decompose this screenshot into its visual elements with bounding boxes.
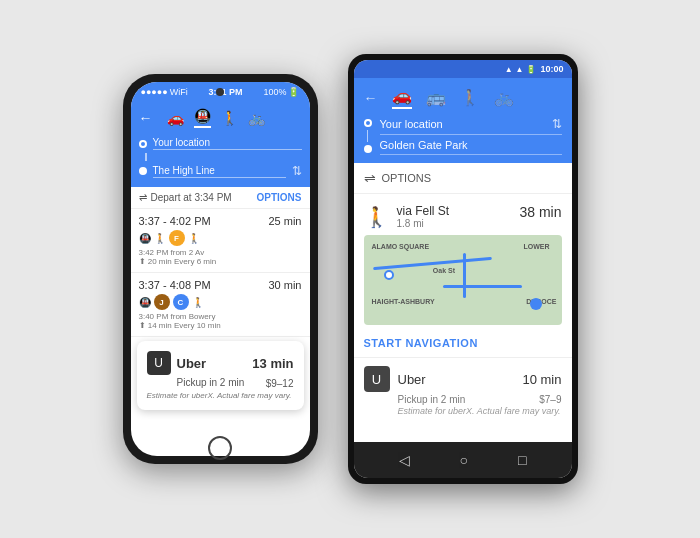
destination-row: The High Line ⇅ <box>139 161 302 181</box>
android-back-button[interactable]: ← <box>364 90 378 106</box>
android-walk-icon[interactable]: 🚶 <box>460 88 480 107</box>
android-content: ⇌ OPTIONS 🚶 via Fell St 1.8 mi 38 min <box>354 163 572 442</box>
route-distance: 1.8 mi <box>397 218 450 229</box>
android-status-bar: ▲ ▲ 🔋 10:00 <box>354 60 572 78</box>
start-navigation-button[interactable]: START NAVIGATION <box>354 333 572 357</box>
android-destination-row: Golden Gate Park <box>380 139 562 155</box>
android-wifi-icon: ▲ <box>505 65 513 74</box>
route2-detail1: 3:40 PM from Bowery <box>139 312 302 321</box>
android-filter-icon: ⇌ <box>364 170 376 186</box>
map-label-haight: HAIGHT-ASHBURY <box>372 298 435 305</box>
uber-estimate-label: Estimate for uberX. Actual fare may vary… <box>147 391 294 400</box>
route1-detail2: ⬆ 20 min Every 6 min <box>139 257 302 266</box>
route-via-label: via Fell St <box>397 204 450 218</box>
route-line <box>367 130 368 142</box>
android-uber-price: $7–9 <box>539 394 561 405</box>
android-swap-button[interactable]: ⇅ <box>552 117 562 131</box>
android-locations: Your location ⇅ Golden Gate Park <box>380 117 562 155</box>
iphone-time: 3:31 PM <box>209 87 243 97</box>
android-bottom-nav: ◁ ○ □ <box>354 442 572 478</box>
iphone-nav-header: ← 🚗 🚇 🚶 🚲 Your location The High Line ⇅ <box>131 102 310 187</box>
c-train-badge: C <box>173 294 189 310</box>
map-road-2 <box>463 253 466 298</box>
map-label-alamo: ALAMO SQUARE <box>372 243 430 250</box>
android-uber-estimate: Estimate for uberX. Actual fare may vary… <box>364 406 562 416</box>
android-destination-field[interactable]: Golden Gate Park <box>380 139 468 151</box>
origin-field[interactable]: Your location <box>153 137 302 150</box>
uber-price-label: $9–12 <box>266 378 294 389</box>
android-recent-nav[interactable]: □ <box>518 452 526 468</box>
android-origin-row: Your location ⇅ <box>380 117 562 135</box>
map-end-marker <box>530 298 542 310</box>
bike-mode-icon[interactable]: 🚲 <box>248 110 265 126</box>
android-device: ▲ ▲ 🔋 10:00 ← 🚗 🚌 🚶 🚲 <box>348 54 578 484</box>
swap-button[interactable]: ⇅ <box>292 164 302 178</box>
battery-icon: 🔋 <box>288 87 299 97</box>
walk-icon: 🚶 <box>154 233 166 244</box>
android-uber-card[interactable]: U Uber 10 min Pickup in 2 min $7–9 Estim… <box>354 357 572 424</box>
uber-icon: U <box>364 366 390 392</box>
map-label-lower: LOWER <box>523 243 549 250</box>
route2-time: 3:37 - 4:08 PM <box>139 279 211 291</box>
route-duration: 38 min <box>519 204 561 220</box>
uber-sub-row: Pickup in 2 min $7–9 <box>364 394 562 405</box>
map-road-3 <box>443 285 522 288</box>
map-preview[interactable]: ALAMO SQUARE LOWER HAIGHT-ASHBURY DUBOCE… <box>364 235 562 325</box>
android-signal-icon: ▲ <box>516 65 524 74</box>
car-mode-icon[interactable]: 🚗 <box>167 110 184 126</box>
android-bike-icon[interactable]: 🚲 <box>494 88 514 107</box>
walk-icon3: 🚶 <box>192 297 204 308</box>
uber-pickup-label: Pickup in 2 min <box>177 377 245 388</box>
map-start-marker <box>384 270 394 280</box>
android-back-nav[interactable]: ◁ <box>399 452 410 468</box>
route-connector <box>145 153 147 161</box>
android-options-bar: ⇌ OPTIONS <box>354 163 572 194</box>
route-right: 38 min <box>519 204 561 220</box>
android-options-label[interactable]: OPTIONS <box>382 172 432 184</box>
route-option-1[interactable]: 3:37 - 4:02 PM 25 min 🚇 🚶 F 🚶 3:42 PM fr… <box>131 209 310 273</box>
route1-time: 3:37 - 4:02 PM <box>139 215 211 227</box>
home-button[interactable] <box>208 436 232 460</box>
uber-card[interactable]: U Uber 13 min Pickup in 2 min $9–12 Esti… <box>137 341 304 410</box>
transport-modes: ← 🚗 🚇 🚶 🚲 <box>139 108 302 128</box>
route2-duration: 30 min <box>268 279 301 291</box>
uber-top-row: U Uber 10 min <box>364 366 562 392</box>
route2-icons: 🚇 J C 🚶 <box>139 294 302 310</box>
back-button[interactable]: ← <box>139 110 153 126</box>
route-left: 🚶 via Fell St 1.8 mi <box>364 204 450 229</box>
android-transit-icon[interactable]: 🚌 <box>426 88 446 107</box>
origin-row: Your location <box>139 134 302 153</box>
route1-duration: 25 min <box>268 215 301 227</box>
location-dots <box>364 117 372 155</box>
transit-mode-icon[interactable]: 🚇 <box>194 108 211 128</box>
signal-wifi: ●●●●● WiFi <box>141 87 188 97</box>
battery-label: 100% <box>263 87 286 97</box>
route2-detail2: ⬆ 14 min Every 10 min <box>139 321 302 330</box>
walk-icon2: 🚶 <box>188 233 200 244</box>
android-home-nav[interactable]: ○ <box>460 452 468 468</box>
android-time: 10:00 <box>540 64 563 74</box>
transit-icon2: 🚇 <box>139 297 151 308</box>
android-location-section: Your location ⇅ Golden Gate Park <box>364 117 562 155</box>
android-route-row[interactable]: 🚶 via Fell St 1.8 mi 38 min <box>354 194 572 235</box>
origin-dot <box>364 119 372 127</box>
android-car-icon[interactable]: 🚗 <box>392 86 412 109</box>
destination-field[interactable]: The High Line <box>153 165 286 178</box>
options-button[interactable]: OPTIONS <box>256 192 301 203</box>
transit-icon: 🚇 <box>139 233 151 244</box>
map-label-oak: Oak St <box>433 267 455 274</box>
walk-mode-icon[interactable]: 🚶 <box>221 110 238 126</box>
wifi-icon: WiFi <box>170 87 188 97</box>
android-battery-icon: 🔋 <box>526 65 536 74</box>
android-uber-pickup: Pickup in 2 min <box>398 394 466 405</box>
android-nav-header: ← 🚗 🚌 🚶 🚲 Your location ⇅ <box>354 78 572 163</box>
signal-icon: ●●●●● <box>141 87 168 97</box>
android-origin-field[interactable]: Your location <box>380 118 443 130</box>
route-option-2[interactable]: 3:37 - 4:08 PM 30 min 🚇 J C 🚶 3:40 PM fr… <box>131 273 310 337</box>
destination-dot <box>364 145 372 153</box>
android-transport-modes: ← 🚗 🚌 🚶 🚲 <box>364 86 562 109</box>
route1-icons: 🚇 🚶 F 🚶 <box>139 230 302 246</box>
uber-left: U Uber <box>364 366 426 392</box>
android-uber-name: Uber <box>398 372 426 387</box>
depart-time-label[interactable]: Depart at 3:34 PM <box>151 192 232 203</box>
